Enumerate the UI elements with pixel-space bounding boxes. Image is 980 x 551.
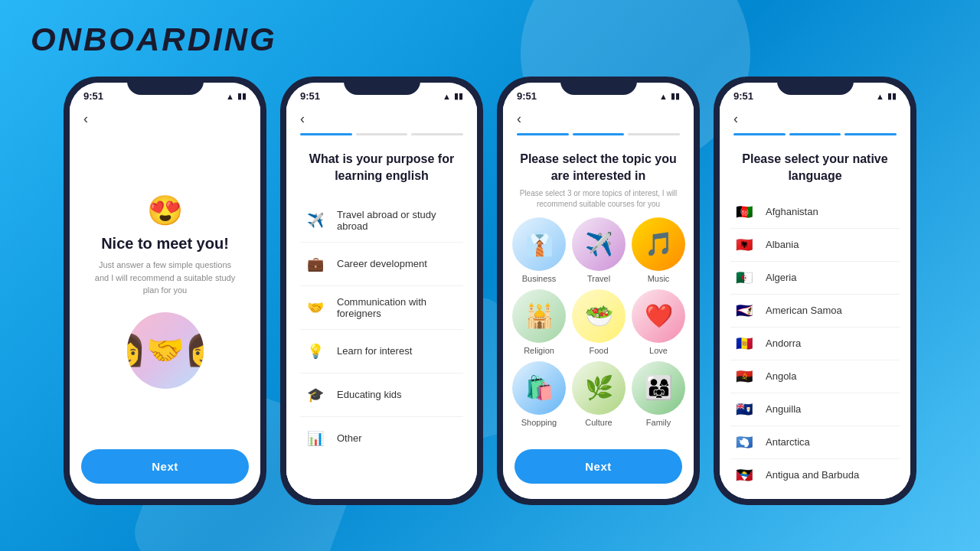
topic-culture[interactable]: 🌿 Culture: [572, 361, 626, 427]
phone-3-inner: 9:51 ▲ ▮▮ ‹ Please select the topic you …: [503, 83, 694, 499]
purpose-list: ✈️ Travel abroad or study abroad 💼 Caree…: [300, 199, 463, 460]
kids-icon: 🎓: [303, 383, 328, 407]
time-2: 9:51: [300, 90, 320, 102]
topic-business[interactable]: 👔 Business: [512, 217, 566, 283]
flag-antigua: 🇦🇬: [733, 468, 755, 483]
welcome-emoji: 😍: [147, 194, 183, 227]
purpose-label-2: Career development: [337, 258, 427, 269]
progress-seg-3-1: [517, 133, 569, 135]
business-img: 👔: [512, 217, 566, 271]
lang-name-anguilla: Anguilla: [766, 403, 801, 415]
back-button-2[interactable]: ‹: [300, 111, 463, 127]
lang-anguilla[interactable]: 🇦🇮 Anguilla: [730, 393, 900, 426]
topic-subtitle: Please select 3 or more topics of intere…: [512, 188, 684, 210]
topic-family[interactable]: 👨‍👩‍👧 Family: [632, 361, 685, 427]
back-button-4[interactable]: ‹: [733, 111, 897, 127]
time-3: 9:51: [517, 90, 537, 102]
topic-love[interactable]: ❤️ Love: [632, 289, 685, 355]
purpose-label-4: Learn for interest: [337, 345, 412, 357]
flag-antarctica: 🇦🇶: [733, 435, 755, 450]
phone3-top: ‹: [503, 105, 694, 127]
phone-3-topics: 9:51 ▲ ▮▮ ‹ Please select the topic you …: [497, 77, 700, 505]
lang-name-albania: Albania: [766, 239, 799, 250]
back-button-3[interactable]: ‹: [517, 111, 680, 127]
purpose-title: What is your purpose for learning englis…: [300, 151, 463, 185]
topic-label-religion: Religion: [524, 346, 554, 355]
travel-img: ✈️: [572, 217, 626, 271]
family-img: 👨‍👩‍👧: [632, 361, 685, 415]
lang-name-american-samoa: American Samoa: [766, 305, 842, 316]
lang-name-antarctica: Antarctica: [766, 436, 810, 448]
shopping-img: 🛍️: [512, 361, 566, 415]
welcome-title: Nice to meet you!: [101, 235, 229, 253]
topic-music[interactable]: 🎵 Music: [632, 217, 685, 283]
progress-seg-4-2: [789, 133, 841, 135]
purpose-item-6[interactable]: 📊 Other: [300, 417, 463, 460]
topic-label-food: Food: [589, 346, 608, 355]
lang-name-antigua: Antigua and Barbuda: [766, 469, 859, 481]
next-button-1[interactable]: Next: [81, 449, 249, 484]
topic-food[interactable]: 🥗 Food: [572, 289, 626, 355]
phone-4-language: 9:51 ▲ ▮▮ ‹ Please select your native la…: [714, 77, 916, 505]
career-icon: 💼: [303, 252, 328, 276]
back-button-1[interactable]: ‹: [83, 111, 247, 127]
battery-icon-1: ▮▮: [237, 91, 247, 101]
topic-label-music: Music: [648, 274, 670, 283]
food-img: 🥗: [572, 289, 626, 343]
interest-icon: 💡: [303, 339, 328, 364]
progress-seg-4-1: [733, 133, 786, 135]
phone4-top: ‹: [720, 105, 910, 127]
phone1-body: 😍 Nice to meet you! Just answer a few si…: [70, 133, 260, 449]
progress-seg-2-3: [411, 133, 463, 135]
purpose-label-6: Other: [337, 432, 362, 444]
battery-icon-3: ▮▮: [671, 91, 680, 101]
topic-label-family: Family: [646, 418, 671, 427]
lang-andorra[interactable]: 🇦🇩 Andorra: [730, 328, 900, 360]
love-img: ❤️: [632, 289, 685, 343]
progress-bar-4: [720, 127, 910, 145]
notch-3: [560, 77, 637, 95]
other-icon: 📊: [303, 426, 328, 451]
phone3-body: Please select the topic you are interest…: [503, 145, 694, 449]
topic-shopping[interactable]: 🛍️ Shopping: [512, 361, 566, 427]
lang-afghanistan[interactable]: 🇦🇫 Afghanistan: [730, 196, 900, 229]
flag-afghanistan: 🇦🇫: [733, 204, 755, 220]
status-icons-3: ▲ ▮▮: [659, 91, 680, 101]
notch-1: [127, 77, 204, 95]
phone2-body: What is your purpose for learning englis…: [286, 145, 477, 499]
lang-name-afghanistan: Afghanistan: [766, 206, 818, 217]
lang-antarctica[interactable]: 🇦🇶 Antarctica: [730, 426, 900, 459]
phone2-content: ‹ What is your purpose for learning engl…: [286, 105, 477, 499]
language-title: Please select your native language: [730, 151, 900, 185]
notch-2: [344, 77, 420, 95]
avatar: [127, 312, 204, 389]
purpose-item-2[interactable]: 💼 Career development: [300, 243, 463, 286]
topics-grid: 👔 Business ✈️ Travel 🎵 Music 🕌: [512, 217, 684, 427]
phone3-content: ‹ Please select the topic you are intere…: [503, 105, 694, 499]
wifi-icon-3: ▲: [659, 92, 668, 101]
purpose-item-4[interactable]: 💡 Learn for interest: [300, 330, 463, 373]
lang-antigua[interactable]: 🇦🇬 Antigua and Barbuda: [730, 459, 900, 491]
flag-angola: 🇦🇴: [733, 369, 755, 384]
topic-travel[interactable]: ✈️ Travel: [572, 217, 626, 283]
progress-seg-2-1: [300, 133, 352, 135]
lang-angola[interactable]: 🇦🇴 Angola: [730, 360, 900, 393]
phone-2-purpose: 9:51 ▲ ▮▮ ‹ What is your purpose for lea…: [280, 77, 483, 505]
status-icons-1: ▲ ▮▮: [226, 91, 247, 101]
topic-religion[interactable]: 🕌 Religion: [512, 289, 566, 355]
purpose-item-3[interactable]: 🤝 Communication with foreigners: [300, 286, 463, 330]
notch-4: [777, 77, 854, 95]
lang-algeria[interactable]: 🇩🇿 Algeria: [730, 262, 900, 295]
phone-2-inner: 9:51 ▲ ▮▮ ‹ What is your purpose for lea…: [286, 83, 477, 499]
next-button-3[interactable]: Next: [514, 449, 682, 484]
purpose-item-1[interactable]: ✈️ Travel abroad or study abroad: [300, 199, 463, 243]
wifi-icon-4: ▲: [876, 92, 884, 101]
language-list: 🇦🇫 Afghanistan 🇦🇱 Albania 🇩🇿 Algeria: [730, 196, 900, 491]
comm-icon: 🤝: [303, 295, 328, 320]
flag-algeria: 🇩🇿: [733, 270, 755, 285]
flag-anguilla: 🇦🇮: [733, 402, 755, 417]
purpose-item-5[interactable]: 🎓 Educating kids: [300, 373, 463, 417]
time-1: 9:51: [83, 90, 103, 102]
lang-american-samoa[interactable]: 🇦🇸 American Samoa: [730, 295, 900, 328]
lang-albania[interactable]: 🇦🇱 Albania: [730, 229, 900, 262]
